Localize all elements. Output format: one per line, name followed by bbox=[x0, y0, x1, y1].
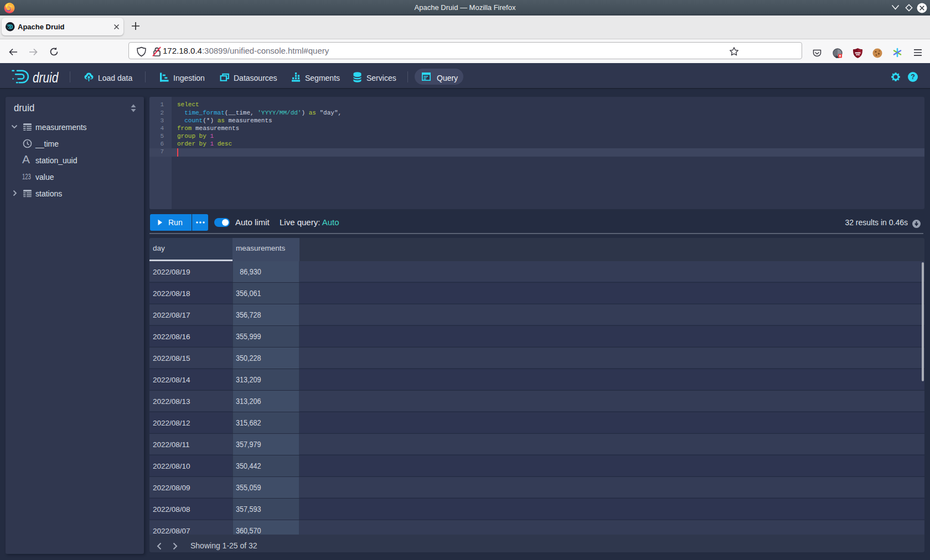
svg-text:?: ? bbox=[911, 73, 915, 81]
